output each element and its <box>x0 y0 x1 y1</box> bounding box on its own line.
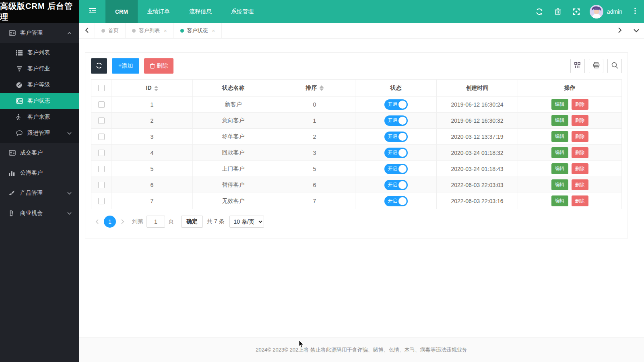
edit-button[interactable]: 编辑 <box>551 163 568 174</box>
row-name-cell: 签单客户 <box>193 129 274 145</box>
sidebar-subitem-label: 客户行业 <box>27 65 50 72</box>
header-clear-cache-button[interactable] <box>549 0 567 23</box>
batch-delete-button[interactable]: 删除 <box>144 58 173 74</box>
sidebar-subitem-3[interactable]: 客户等级 <box>0 77 79 93</box>
sidebar-item-label: 公海客户 <box>20 169 43 177</box>
level-icon <box>16 82 23 88</box>
print-button[interactable] <box>589 59 603 73</box>
next-page-button[interactable] <box>117 216 129 228</box>
edit-button[interactable]: 编辑 <box>551 147 568 158</box>
column-header[interactable]: 排序 <box>274 80 355 97</box>
tabs-scroll-right-button[interactable] <box>612 23 628 38</box>
sort-icon[interactable] <box>320 85 324 91</box>
topnav-item-2[interactable]: 业绩订单 <box>138 0 180 23</box>
refresh-table-button[interactable] <box>91 58 107 74</box>
sidebar-subitem-label: 客户状态 <box>27 97 50 105</box>
topnav-item-3[interactable]: 流程信息 <box>180 0 221 23</box>
row-status-cell: 开启 <box>355 113 437 129</box>
sidebar-item-2[interactable]: 成交客户 <box>0 143 79 163</box>
current-page-button[interactable]: 1 <box>104 216 116 228</box>
columns-filter-button[interactable] <box>570 59 585 73</box>
sidebar-subitem-4[interactable]: 客户状态 <box>0 93 79 109</box>
tab-label: 客户状态 <box>187 27 208 34</box>
delete-button[interactable]: 删除 <box>572 147 588 158</box>
toggle-knob-icon <box>398 181 407 189</box>
header-refresh-button[interactable] <box>530 0 549 23</box>
row-checkbox[interactable] <box>98 166 105 172</box>
topnav-item-1[interactable]: CRM <box>105 0 138 23</box>
edit-button[interactable]: 编辑 <box>551 195 568 206</box>
delete-button[interactable]: 删除 <box>572 99 588 110</box>
status-toggle-label: 开启 <box>388 197 398 204</box>
sidebar-collapse-button[interactable] <box>79 0 105 23</box>
row-select-cell <box>91 145 111 161</box>
edit-button[interactable]: 编辑 <box>551 99 568 110</box>
column-header[interactable]: ID <box>111 80 193 97</box>
sidebar-item-label: 商业机会 <box>20 210 43 217</box>
row-checkbox[interactable] <box>98 198 105 204</box>
edit-button[interactable]: 编辑 <box>551 115 568 126</box>
chevron-right-icon <box>618 27 622 34</box>
status-table: ID状态名称排序状态创建时间操作 1新客户0开启2019-06-12 16:30… <box>91 79 622 209</box>
sidebar-subitem-6[interactable]: 跟进管理 <box>0 125 79 141</box>
column-header-label: 创建时间 <box>466 84 489 91</box>
sidebar: 客户管理客户列表客户行业客户等级客户状态客户来源跟进管理成交客户公海客户产品管理… <box>0 23 79 362</box>
status-toggle[interactable]: 开启 <box>384 99 408 110</box>
search-button[interactable] <box>607 59 622 73</box>
status-toggle[interactable]: 开启 <box>384 132 408 142</box>
goto-confirm-button[interactable]: 确定 <box>181 216 203 228</box>
chevron-left-icon <box>85 27 89 34</box>
top-nav: CRM业绩订单流程信息系统管理 <box>79 0 644 23</box>
row-checkbox[interactable] <box>98 182 105 188</box>
sidebar-item-3[interactable]: 公海客户 <box>0 163 79 183</box>
column-header: 状态 <box>355 80 437 97</box>
status-toggle[interactable]: 开启 <box>384 196 408 206</box>
select-all-checkbox[interactable] <box>98 85 105 91</box>
tab-label: 首页 <box>108 27 119 34</box>
tab-2[interactable]: 客户列表× <box>126 23 174 38</box>
sidebar-subitem-5[interactable]: 客户来源 <box>0 109 79 125</box>
delete-button[interactable]: 删除 <box>572 115 588 126</box>
column-header: 操作 <box>518 80 622 97</box>
sidebar-subitem-2[interactable]: 客户行业 <box>0 61 79 77</box>
row-checkbox[interactable] <box>98 117 105 124</box>
edit-button[interactable]: 编辑 <box>551 131 568 142</box>
table-row: 7无效客户7开启2022-06-03 22:03:16编辑删除 <box>91 193 622 209</box>
header-more-button[interactable] <box>626 0 644 23</box>
status-toggle[interactable]: 开启 <box>384 164 408 174</box>
column-header-label: 排序 <box>306 84 317 91</box>
chevron-down-icon <box>67 212 72 215</box>
tabs-menu-button[interactable] <box>628 23 644 38</box>
tab-close-icon[interactable]: × <box>164 28 167 34</box>
user-menu[interactable]: admin <box>586 0 626 23</box>
tab-close-icon[interactable]: × <box>212 28 215 34</box>
status-toggle[interactable]: 开启 <box>384 115 408 126</box>
tabs-scroll-left-button[interactable] <box>79 23 95 38</box>
tab-3[interactable]: 客户状态× <box>174 23 222 38</box>
prev-page-button[interactable] <box>91 216 103 228</box>
status-toggle-label: 开启 <box>388 101 398 108</box>
sort-icon[interactable] <box>154 86 158 91</box>
status-toggle[interactable]: 开启 <box>384 180 408 190</box>
delete-button[interactable]: 删除 <box>572 131 588 142</box>
row-created-cell: 2022-06-03 22:03:16 <box>437 193 518 209</box>
row-checkbox[interactable] <box>98 134 105 140</box>
sidebar-item-1[interactable]: 客户管理 <box>0 23 79 43</box>
page-size-select[interactable]: 10 条/页 <box>229 216 264 228</box>
delete-button[interactable]: 删除 <box>572 163 588 174</box>
app-logo: 高级版CRM 后台管理 <box>0 0 79 23</box>
topnav-item-4[interactable]: 系统管理 <box>221 0 263 23</box>
sidebar-item-4[interactable]: 产品管理 <box>0 183 79 203</box>
tab-1[interactable]: 首页 <box>95 23 126 38</box>
sidebar-item-5[interactable]: 商业机会 <box>0 203 79 223</box>
delete-button[interactable]: 删除 <box>572 195 588 206</box>
header-fullscreen-button[interactable] <box>567 0 586 23</box>
edit-button[interactable]: 编辑 <box>551 179 568 190</box>
sidebar-subitem-1[interactable]: 客户列表 <box>0 45 79 61</box>
row-checkbox[interactable] <box>98 101 105 108</box>
goto-page-input[interactable] <box>147 216 165 228</box>
row-checkbox[interactable] <box>98 150 105 156</box>
status-toggle[interactable]: 开启 <box>384 148 408 158</box>
delete-button[interactable]: 删除 <box>572 179 588 190</box>
add-button[interactable]: +添加 <box>112 58 139 74</box>
